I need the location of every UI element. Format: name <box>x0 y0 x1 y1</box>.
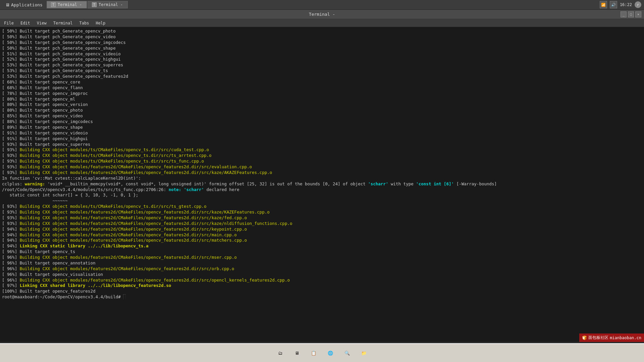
terminal-line: [ 96%] Built target opencv_annotation <box>2 260 642 266</box>
terminal-line: [ 91%] Built target opencv_videoio <box>2 130 642 136</box>
terminal-titlebar: Terminal - _ □ ✕ <box>0 10 644 19</box>
terminal-line: cclplus: warning: 'void* __builtin_memcp… <box>2 181 642 187</box>
terminal-line: [ 93%] Building CXX object modules/featu… <box>2 221 642 227</box>
window-close-btn[interactable]: ✕ <box>635 11 641 17</box>
watermark-url: mianbaoban.cn <box>610 336 641 340</box>
taskbar-dock: 🗂🖥📋🌐🔍📁 <box>0 343 644 362</box>
terminal-line: [ 93%] Building CXX object modules/ts/CM… <box>2 147 642 153</box>
terminal-line: [ 78%] Built target opencv_imgproc <box>2 91 642 97</box>
terminal-line: [ 94%] Building CXX object modules/featu… <box>2 232 642 238</box>
terminal-line: root@maaxboard:~/Code/OpenCV/opencv3.4.4… <box>2 294 642 300</box>
applications-label: Applications <box>11 2 43 7</box>
tab-icon-2: T <box>92 2 97 7</box>
terminal-line: [ 94%] Building CXX object modules/featu… <box>2 238 642 243</box>
tab-label-1: Terminal - <box>58 2 82 7</box>
watermark-text: 面包板社区 <box>588 335 608 341</box>
notes-icon[interactable]: 📋 <box>306 346 321 360</box>
terminal-line: [ 97%] Linking CXX shared library ../../… <box>2 283 642 289</box>
user-avatar[interactable]: r <box>635 1 641 8</box>
terminal-line: [ 94%] Linking CXX static library ../../… <box>2 243 642 249</box>
system-bar-right: 📶 🔊 16:22 r <box>600 1 641 8</box>
clock: 16:22 <box>620 2 632 7</box>
terminal-line: [ 50%] Built target pch_Generate_opencv_… <box>2 28 642 34</box>
browser-icon[interactable]: 🌐 <box>323 346 338 360</box>
menu-edit[interactable]: Edit <box>18 20 33 26</box>
terminal-line: [ 50%] Built target pch_Generate_opencv_… <box>2 46 642 51</box>
system-bar: 🖥 Applications T Terminal - T Terminal -… <box>0 0 644 10</box>
terminal-title: Terminal - <box>309 12 335 17</box>
taskbar-tab-1[interactable]: T Terminal - <box>47 1 87 8</box>
menu-help[interactable]: Help <box>93 20 108 26</box>
terminal-line: [ 96%] Built target opencv_visualisation <box>2 272 642 278</box>
terminal-line: [ 80%] Built target opencv_version <box>2 102 642 108</box>
terminal-line: [ 96%] Building CXX object modules/featu… <box>2 255 642 260</box>
terminal-line: [ 50%] Built target pch_Generate_opencv_… <box>2 40 642 46</box>
terminal-line: [ 93%] Building CXX object modules/ts/CM… <box>2 153 642 159</box>
terminal-line: [ 52%] Built target pch_Generate_opencv_… <box>2 57 642 62</box>
terminal-line: [ 50%] Built target pch_Generate_opencv_… <box>2 34 642 40</box>
menu-view[interactable]: View <box>34 20 49 26</box>
window-maximize-btn[interactable]: □ <box>628 11 634 17</box>
terminal-line: [ 89%] Built target opencv_shape <box>2 125 642 130</box>
terminal-line: [ 96%] Building CXX object modules/featu… <box>2 278 642 283</box>
window-controls: _ □ ✕ <box>621 11 641 17</box>
terminal-line: [100%] Built target opencv_features2d <box>2 289 642 294</box>
window-minimize-btn[interactable]: _ <box>621 11 627 17</box>
search-icon[interactable]: 🔍 <box>340 346 355 360</box>
terminal-line: [ 93%] Building CXX object modules/ts/CM… <box>2 159 642 164</box>
terminal-line: static const int scharr[] = { 3, 10, 3, … <box>2 192 642 198</box>
terminal-line: [ 93%] Building CXX object modules/featu… <box>2 170 642 176</box>
taskbar-tabs: T Terminal - T Terminal - <box>47 1 128 8</box>
terminal-content[interactable]: [ 50%] Built target pch_Generate_opencv_… <box>0 27 644 342</box>
terminal-line: [ 80%] Built target opencv_ml <box>2 97 642 102</box>
terminal-icon[interactable]: 🖥 <box>289 346 304 360</box>
terminal-line: [ 94%] Building CXX object modules/featu… <box>2 227 642 232</box>
network-icon[interactable]: 📶 <box>600 1 607 8</box>
terminal-window: Terminal - _ □ ✕ File Edit View Terminal… <box>0 10 644 342</box>
terminal-line: [ 85%] Built target opencv_video <box>2 113 642 119</box>
terminal-line: [ 80%] Built target opencv_photo <box>2 108 642 113</box>
terminal-line: [ 96%] Built target opencv_ts <box>2 249 642 255</box>
watermark-icon: 🍞 <box>582 336 587 340</box>
menu-file[interactable]: File <box>1 20 16 26</box>
terminal-line: [ 68%] Built target opencv_core <box>2 79 642 85</box>
terminal-line: [ 53%] Built target pch_Generate_opencv_… <box>2 74 642 79</box>
applications-menu[interactable]: 🖥 Applications <box>3 2 45 8</box>
applications-icon: 🖥 <box>5 2 10 7</box>
menu-terminal[interactable]: Terminal <box>51 20 75 26</box>
tab-label-2: Terminal - <box>99 2 123 7</box>
terminal-line: [ 96%] Building CXX object modules/featu… <box>2 266 642 272</box>
terminal-line: [ 93%] Building CXX object modules/featu… <box>2 215 642 221</box>
volume-icon[interactable]: 🔊 <box>610 1 617 8</box>
terminal-line: [ 93%] Building CXX object modules/featu… <box>2 209 642 215</box>
terminal-line: In function 'cv::Mat cvtest::calcLaplace… <box>2 176 642 181</box>
taskbar-tab-2[interactable]: T Terminal - <box>88 1 128 8</box>
terminal-line: /root/Code/OpenCV/opencv3.4.4/modules/ts… <box>2 187 642 193</box>
watermark: 🍞 面包板社区 mianbaoban.cn <box>579 334 644 342</box>
terminal-line: [ 51%] Built target pch_Generate_opencv_… <box>2 51 642 57</box>
menu-tabs[interactable]: Tabs <box>77 20 92 26</box>
terminal-line: [ 88%] Built target opencv_imgcodecs <box>2 119 642 125</box>
files-icon[interactable]: 🗂 <box>273 346 287 360</box>
menu-bar: File Edit View Terminal Tabs Help <box>0 19 644 27</box>
terminal-line: [ 53%] Built target pch_Generate_opencv_… <box>2 62 642 68</box>
terminal-line: [ 91%] Built target opencv_highgui <box>2 136 642 142</box>
terminal-line: [ 68%] Built target opencv_flann <box>2 85 642 91</box>
folder-icon[interactable]: 📁 <box>357 346 371 360</box>
user-initial: r <box>637 3 639 7</box>
terminal-line: [ 93%] Building CXX object modules/ts/CM… <box>2 204 642 209</box>
terminal-line: [ 53%] Built target pch_Generate_opencv_… <box>2 68 642 74</box>
terminal-line: [ 93%] Building CXX object modules/featu… <box>2 164 642 170</box>
tab-icon-1: T <box>51 2 56 7</box>
terminal-line: ~~~~~~ <box>2 198 642 204</box>
terminal-line: [ 93%] Built target opencv_superres <box>2 142 642 147</box>
